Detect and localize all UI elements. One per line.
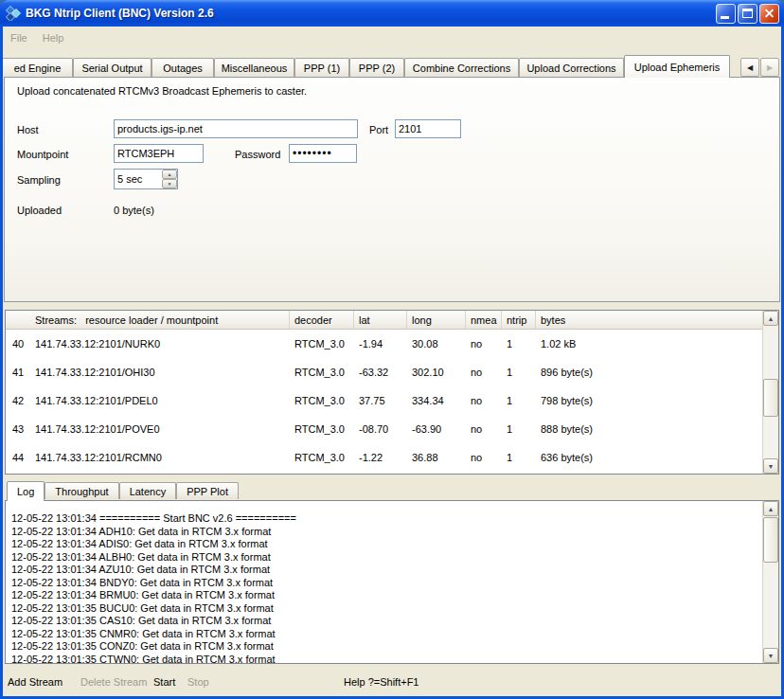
scroll-up-button[interactable]: ▲ bbox=[763, 501, 778, 516]
col-header-ntrip[interactable]: ntrip bbox=[502, 311, 536, 329]
tab-outages[interactable]: Outages bbox=[151, 58, 214, 77]
password-label: Password bbox=[235, 149, 280, 160]
minimize-button[interactable] bbox=[716, 4, 736, 24]
col-header-nmea[interactable]: nmea bbox=[466, 311, 502, 329]
stream-row[interactable]: 40 141.74.33.12:2101/NURK0 RTCM_3.0 -1.9… bbox=[6, 330, 778, 358]
scroll-thumb[interactable] bbox=[763, 379, 778, 417]
add-stream-button[interactable]: Add Stream bbox=[8, 676, 62, 688]
port-input[interactable] bbox=[395, 119, 461, 138]
stream-row[interactable]: 43 141.74.33.12:2101/POVE0 RTCM_3.0 -08.… bbox=[6, 415, 778, 443]
close-button[interactable] bbox=[759, 4, 779, 24]
tab-scroll-left-button[interactable]: ◀ bbox=[740, 58, 759, 77]
delete-stream-button[interactable]: Delete Stream bbox=[80, 676, 147, 688]
row-number: 40 bbox=[6, 338, 30, 350]
tab-throughput[interactable]: Throughput bbox=[45, 482, 118, 499]
lat-cell: -63.32 bbox=[354, 367, 407, 378]
ntrip-cell: 1 bbox=[502, 452, 536, 463]
bytes-cell: 636 byte(s) bbox=[536, 452, 778, 463]
scroll-down-button[interactable]: ▼ bbox=[763, 648, 778, 663]
nmea-cell: no bbox=[466, 395, 502, 406]
scroll-down-button[interactable]: ▼ bbox=[763, 458, 778, 474]
log-line: 12-05-22 13:01:34 BRMU0: Get data in RTC… bbox=[11, 589, 759, 602]
menu-file[interactable]: File bbox=[3, 29, 35, 46]
long-cell: 334.34 bbox=[407, 395, 466, 406]
streams-table-header: Streams: resource loader / mountpoint de… bbox=[6, 311, 778, 330]
stream-cell: 141.74.33.12:2101/NURK0 bbox=[30, 338, 290, 350]
log-line: 12-05-22 13:01:34 ADIS0: Get data in RTC… bbox=[11, 538, 759, 551]
tab-combine-corrections[interactable]: Combine Corrections bbox=[404, 58, 519, 77]
tab-serial-output[interactable]: Serial Output bbox=[73, 58, 151, 77]
col-header-decoder[interactable]: decoder bbox=[290, 311, 354, 329]
stream-row[interactable]: 42 141.74.33.12:2101/PDEL0 RTCM_3.0 37.7… bbox=[6, 386, 778, 415]
stream-cell: 141.74.33.12:2101/RCMN0 bbox=[30, 452, 290, 463]
long-cell: -63.90 bbox=[407, 423, 466, 435]
port-label: Port bbox=[369, 124, 388, 135]
tab-scroll-right-button[interactable]: ▶ bbox=[760, 58, 779, 77]
tab-upload-corrections[interactable]: Upload Corrections bbox=[519, 58, 624, 77]
log-scrollbar[interactable]: ▲ ▼ bbox=[762, 501, 778, 663]
app-icon bbox=[6, 6, 21, 21]
menu-help[interactable]: Help bbox=[35, 29, 72, 46]
spin-down-icon: ▼ bbox=[168, 181, 172, 187]
settings-tabbar: ed Engine Serial Output Outages Miscella… bbox=[3, 55, 781, 78]
scroll-thumb[interactable] bbox=[763, 517, 778, 563]
long-cell: 302.10 bbox=[407, 367, 466, 378]
decoder-cell: RTCM_3.0 bbox=[290, 395, 354, 406]
stream-cell: 141.74.33.12:2101/POVE0 bbox=[30, 423, 290, 435]
maximize-button[interactable] bbox=[738, 4, 757, 24]
nmea-cell: no bbox=[466, 452, 502, 463]
log-line: 12-05-22 13:01:34 ========== Start BNC v… bbox=[11, 512, 759, 526]
spin-up-button[interactable]: ▲ bbox=[162, 170, 177, 179]
log-line: 12-05-22 13:01:34 ADH10: Get data in RTC… bbox=[11, 526, 759, 539]
col-header-bytes[interactable]: bytes bbox=[536, 311, 778, 329]
bytes-cell: 896 byte(s) bbox=[536, 367, 778, 378]
log-line: 12-05-22 13:01:35 CONZ0: Get data in RTC… bbox=[11, 640, 759, 654]
titlebar[interactable]: BKG Ntrip Client (BNC) Version 2.6 bbox=[0, 0, 784, 27]
col-header-rownum bbox=[6, 311, 30, 329]
nmea-cell: no bbox=[466, 367, 502, 378]
lat-cell: -1.22 bbox=[354, 452, 407, 463]
panel-description: Upload concatenated RTCMv3 Broadcast Eph… bbox=[17, 85, 307, 97]
stream-row[interactable]: 41 141.74.33.12:2101/OHI30 RTCM_3.0 -63.… bbox=[6, 358, 778, 386]
spin-up-icon: ▲ bbox=[168, 171, 172, 177]
col-header-lat[interactable]: lat bbox=[354, 311, 407, 329]
long-cell: 36.88 bbox=[407, 452, 466, 463]
mountpoint-label: Mountpoint bbox=[17, 149, 68, 160]
start-button[interactable]: Start bbox=[153, 676, 175, 688]
tab-log[interactable]: Log bbox=[7, 481, 45, 501]
host-input[interactable] bbox=[114, 119, 358, 138]
col-header-streams[interactable]: Streams: resource loader / mountpoint bbox=[30, 311, 290, 329]
tab-ppp-1[interactable]: PPP (1) bbox=[294, 58, 349, 77]
log-line: 12-05-22 13:01:35 CNMR0: Get data in RTC… bbox=[11, 628, 759, 641]
row-number: 42 bbox=[6, 395, 30, 406]
stop-button[interactable]: Stop bbox=[187, 676, 209, 688]
spin-down-button[interactable]: ▼ bbox=[162, 179, 177, 188]
ntrip-cell: 1 bbox=[502, 367, 536, 378]
tab-feed-engine[interactable]: ed Engine bbox=[3, 58, 73, 77]
password-input[interactable] bbox=[289, 144, 357, 163]
tab-scroll-buttons: ◀ ▶ bbox=[740, 58, 779, 77]
sampling-input[interactable] bbox=[115, 170, 162, 188]
lat-cell: -08.70 bbox=[354, 423, 407, 435]
bytes-cell: 1.02 kB bbox=[536, 338, 778, 350]
mountpoint-input[interactable] bbox=[114, 144, 204, 163]
nmea-cell: no bbox=[466, 423, 502, 435]
log-line: 12-05-22 13:01:35 CAS10: Get data in RTC… bbox=[11, 615, 759, 628]
tab-latency[interactable]: Latency bbox=[119, 482, 177, 499]
tab-upload-ephemeris[interactable]: Upload Ephemeris bbox=[624, 55, 730, 78]
tab-ppp-plot[interactable]: PPP Plot bbox=[176, 482, 239, 499]
decoder-cell: RTCM_3.0 bbox=[290, 423, 354, 435]
streams-scrollbar[interactable]: ▲ ▼ bbox=[762, 311, 778, 474]
scroll-up-button[interactable]: ▲ bbox=[763, 311, 778, 326]
uploaded-label: Uploaded bbox=[17, 205, 62, 216]
lat-cell: -1.94 bbox=[354, 338, 407, 350]
stream-cell: 141.74.33.12:2101/PDEL0 bbox=[30, 395, 290, 406]
tab-ppp-2[interactable]: PPP (2) bbox=[349, 58, 404, 77]
row-number: 43 bbox=[6, 423, 30, 435]
col-header-long[interactable]: long bbox=[407, 311, 466, 329]
tab-miscellaneous[interactable]: Miscellaneous bbox=[214, 58, 294, 77]
log-line: 12-05-22 13:01:34 AZU10: Get data in RTC… bbox=[11, 564, 759, 577]
uploaded-value: 0 byte(s) bbox=[114, 205, 154, 216]
stream-row[interactable]: 44 141.74.33.12:2101/RCMN0 RTCM_3.0 -1.2… bbox=[6, 443, 778, 472]
app-window: BKG Ntrip Client (BNC) Version 2.6 File … bbox=[0, 0, 784, 699]
